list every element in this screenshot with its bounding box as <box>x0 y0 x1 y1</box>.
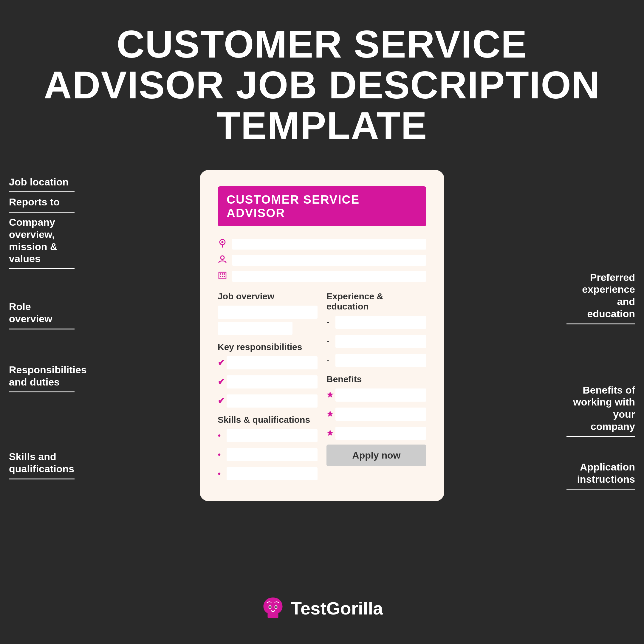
benefit-row-1: ★ <box>326 388 426 402</box>
form-header: CUSTOMER SERVICE ADVISOR <box>218 186 426 226</box>
star-icon-3: ★ <box>326 428 332 438</box>
skill-row-1: ● <box>218 429 318 442</box>
annotation-application-instructions: Application instructions <box>566 461 635 490</box>
exp-input-3[interactable] <box>335 354 426 367</box>
svg-rect-4 <box>220 273 221 275</box>
svg-point-13 <box>269 606 271 608</box>
right-annotations: Preferred experience and education Benef… <box>566 170 635 490</box>
annotation-preferred-experience: Preferred experience and education <box>566 271 635 324</box>
responsibility-row-3: ✔ <box>218 394 318 408</box>
svg-rect-6 <box>224 273 225 275</box>
exp-row-1: - <box>326 316 426 329</box>
page-title: CUSTOMER SERVICE ADVISOR JOB DESCRIPTION… <box>0 0 644 164</box>
job-overview-field-1[interactable] <box>218 306 318 319</box>
location-input[interactable] <box>232 239 426 250</box>
skill-row-3: ● <box>218 467 318 480</box>
title-line-1: CUSTOMER SERVICE <box>117 22 527 66</box>
annotation-company-overview: Company overview, mission & values <box>9 216 75 269</box>
brand-name: TestGorilla <box>291 598 383 619</box>
dash-icon-3: - <box>326 356 332 365</box>
benefit-input-1[interactable] <box>335 388 426 402</box>
company-input[interactable] <box>232 271 426 282</box>
svg-rect-5 <box>222 273 223 275</box>
responsibility-input-1[interactable] <box>227 356 318 369</box>
check-icon-2: ✔ <box>218 377 224 387</box>
svg-point-1 <box>222 241 224 243</box>
svg-rect-9 <box>224 276 225 277</box>
skill-input-3[interactable] <box>227 467 318 480</box>
title-line-3: TEMPLATE <box>217 104 428 147</box>
content-area: Job location Reports to Company overview… <box>0 170 644 501</box>
star-icon-2: ★ <box>326 409 332 419</box>
svg-point-2 <box>221 256 224 259</box>
building-field-row <box>218 270 426 282</box>
key-responsibilities-label: Key responsibilities <box>218 342 318 352</box>
skill-input-1[interactable] <box>227 429 318 442</box>
location-icon <box>218 238 228 250</box>
responsibility-row-2: ✔ <box>218 375 318 388</box>
benefits-label: Benefits <box>326 374 426 384</box>
benefit-input-2[interactable] <box>335 408 426 421</box>
exp-input-2[interactable] <box>335 335 426 348</box>
exp-row-3: - <box>326 354 426 367</box>
person-icon <box>218 254 228 266</box>
svg-rect-7 <box>220 276 221 277</box>
apply-button[interactable]: Apply now <box>326 445 426 466</box>
star-icon-1: ★ <box>326 390 332 400</box>
skill-row-2: ● <box>218 448 318 461</box>
left-annotations: Job location Reports to Company overview… <box>9 170 75 480</box>
check-icon-1: ✔ <box>218 358 224 368</box>
benefit-row-3: ★ <box>326 427 426 440</box>
svg-rect-8 <box>222 276 223 277</box>
reports-to-input[interactable] <box>232 255 426 266</box>
check-icon-3: ✔ <box>218 396 224 406</box>
svg-point-14 <box>275 606 277 608</box>
bullet-icon-1: ● <box>218 432 224 439</box>
job-overview-field-2[interactable] <box>218 322 292 335</box>
location-field-row <box>218 238 426 250</box>
form-header-title: CUSTOMER SERVICE ADVISOR <box>227 193 417 220</box>
form-card: CUSTOMER SERVICE ADVISOR Job overview Ke… <box>200 170 444 501</box>
footer: TestGorilla <box>261 596 383 620</box>
annotation-skills-qualifications: Skills and qualifications <box>9 451 75 479</box>
exp-input-1[interactable] <box>335 316 426 329</box>
annotation-responsibilities: Responsibilities and duties <box>9 364 75 393</box>
dash-icon-2: - <box>326 337 332 346</box>
annotation-reports-to: Reports to <box>9 196 75 213</box>
benefit-row-2: ★ <box>326 408 426 421</box>
bullet-icon-3: ● <box>218 470 224 477</box>
svg-rect-3 <box>219 272 226 279</box>
two-col-section: Job overview Key responsibilities ✔ ✔ <box>218 291 426 483</box>
job-overview-label: Job overview <box>218 291 318 301</box>
annotation-job-location: Job location <box>9 176 75 193</box>
experience-label: Experience & education <box>326 291 426 312</box>
dash-icon-1: - <box>326 318 332 327</box>
responsibility-input-2[interactable] <box>227 375 318 388</box>
bullet-icon-2: ● <box>218 451 224 458</box>
right-col: Experience & education - - - Benefits <box>326 291 426 483</box>
person-field-row <box>218 254 426 266</box>
responsibility-row-1: ✔ <box>218 356 318 369</box>
skill-input-2[interactable] <box>227 448 318 461</box>
responsibility-input-3[interactable] <box>227 394 318 408</box>
skills-label: Skills & qualifications <box>218 415 318 425</box>
benefit-input-3[interactable] <box>335 427 426 440</box>
testgorilla-logo-icon <box>261 596 285 620</box>
title-line-2: ADVISOR JOB DESCRIPTION <box>44 63 600 107</box>
building-icon <box>218 270 228 282</box>
annotation-role-overview: Role overview <box>9 301 75 329</box>
annotation-benefits: Benefits of working with your company <box>566 384 635 437</box>
exp-row-2: - <box>326 335 426 348</box>
left-col: Job overview Key responsibilities ✔ ✔ <box>218 291 318 483</box>
